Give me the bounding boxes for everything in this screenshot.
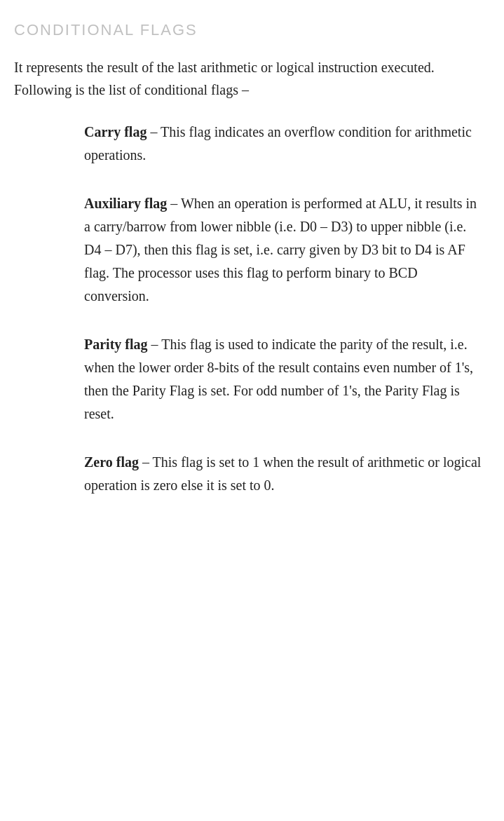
flag-name-3: Zero flag bbox=[84, 454, 139, 470]
flag-description-3: – This flag is set to 1 when the result … bbox=[84, 454, 481, 493]
list-item: Carry flag – This flag indicates an over… bbox=[84, 121, 483, 167]
list-item: Parity flag – This flag is used to indic… bbox=[84, 333, 483, 426]
page-title: CONDITIONAL FLAGS bbox=[14, 21, 490, 39]
list-item: Zero flag – This flag is set to 1 when t… bbox=[84, 451, 483, 497]
intro-paragraph: It represents the result of the last ari… bbox=[14, 56, 490, 101]
list-item: Auxiliary flag – When an operation is pe… bbox=[84, 192, 483, 308]
flag-description-1: – When an operation is performed at ALU,… bbox=[84, 196, 477, 304]
flag-name-0: Carry flag bbox=[84, 124, 147, 140]
flag-name-1: Auxiliary flag bbox=[84, 196, 167, 211]
flag-list: Carry flag – This flag indicates an over… bbox=[14, 121, 490, 497]
flag-name-2: Parity flag bbox=[84, 337, 148, 352]
